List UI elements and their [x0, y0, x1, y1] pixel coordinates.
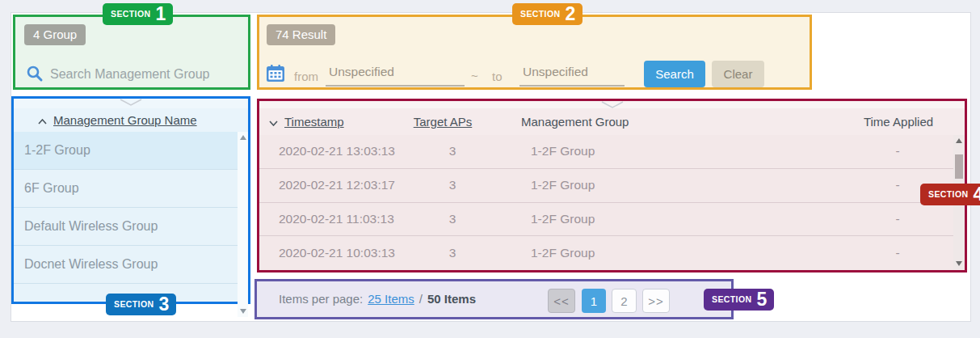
date-to-label: to — [492, 70, 503, 83]
section-3-badge: SECTION3 — [106, 294, 176, 315]
table-panel-collapse-notch[interactable] — [259, 101, 965, 108]
group-panel-collapse-notch[interactable] — [14, 99, 248, 108]
search-button[interactable]: Search — [644, 61, 705, 87]
search-management-group-input[interactable] — [48, 63, 241, 86]
per-page-link[interactable]: 25 Items — [368, 292, 414, 306]
table-row[interactable]: 2020-02-21 11:03:13 3 1-2F Group - — [259, 202, 953, 236]
date-range-separator: ~ — [471, 69, 478, 82]
scroll-down-icon[interactable] — [956, 261, 962, 266]
management-group-name-sort-link[interactable]: Management Group Name — [53, 113, 197, 127]
time-applied-header: Time Applied — [832, 115, 965, 129]
search-icon — [26, 65, 44, 86]
table-row[interactable]: 2020-02-21 13:03:13 3 1-2F Group - — [259, 135, 953, 168]
section-2-badge: SECTION2 — [512, 3, 583, 25]
table-header-row: Timestamp Target APs Management Group Ti… — [259, 108, 965, 135]
table-body: 2020-02-21 13:03:13 3 1-2F Group - 2020-… — [259, 135, 953, 269]
list-item[interactable]: Default Wireless Group — [14, 207, 238, 245]
date-from-input[interactable] — [326, 63, 465, 87]
result-count-badge: 74 Result — [267, 24, 335, 45]
group-list-scrollbar[interactable] — [238, 132, 248, 317]
items-per-page: Items per page: 25 Items / 50 Items — [257, 281, 556, 316]
calendar-icon[interactable] — [266, 64, 285, 87]
group-list-header: Management Group Name — [14, 108, 248, 132]
management-group-header: Management Group — [479, 115, 832, 129]
last-page-button[interactable]: >> — [642, 289, 670, 313]
date-to-input[interactable] — [519, 63, 625, 87]
timestamp-header[interactable]: Timestamp — [259, 115, 406, 129]
separator: / — [419, 292, 423, 306]
page-1-button[interactable]: 1 — [582, 289, 606, 313]
sort-asc-icon — [38, 113, 47, 128]
clear-button[interactable]: Clear — [712, 61, 764, 87]
section-5-badge: SECTION5 — [704, 289, 774, 311]
scroll-up-icon[interactable] — [240, 135, 246, 140]
first-page-button[interactable]: << — [548, 289, 575, 313]
target-aps-header[interactable]: Target APs — [406, 115, 479, 129]
total-items-label: 50 Items — [427, 292, 476, 306]
items-per-page-label: Items per page: — [279, 292, 363, 306]
scroll-up-icon[interactable] — [956, 138, 962, 143]
page: 4 Group 74 Result from ~ to Search Clear — [0, 0, 980, 338]
table-row[interactable]: 2020-02-21 10:03:13 3 1-2F Group - — [259, 235, 953, 269]
group-list: 1-2F Group 6F Group Default Wireless Gro… — [14, 132, 238, 301]
group-count-badge: 4 Group — [24, 24, 86, 45]
sort-desc-icon — [269, 115, 278, 129]
section-1-badge: SECTION1 — [103, 3, 173, 25]
scrollbar-thumb[interactable] — [955, 154, 963, 179]
page-2-button[interactable]: 2 — [612, 289, 637, 313]
list-item[interactable]: 6F Group — [14, 169, 238, 207]
scroll-down-icon[interactable] — [240, 309, 246, 314]
list-item[interactable]: 1-2F Group — [14, 132, 238, 169]
table-row[interactable]: 2020-02-21 12:03:17 3 1-2F Group - — [259, 168, 953, 202]
date-from-label: from — [294, 70, 318, 83]
section-4-badge: SECTION4 — [920, 184, 980, 205]
list-item[interactable]: Docnet Wireless Group — [14, 245, 238, 283]
